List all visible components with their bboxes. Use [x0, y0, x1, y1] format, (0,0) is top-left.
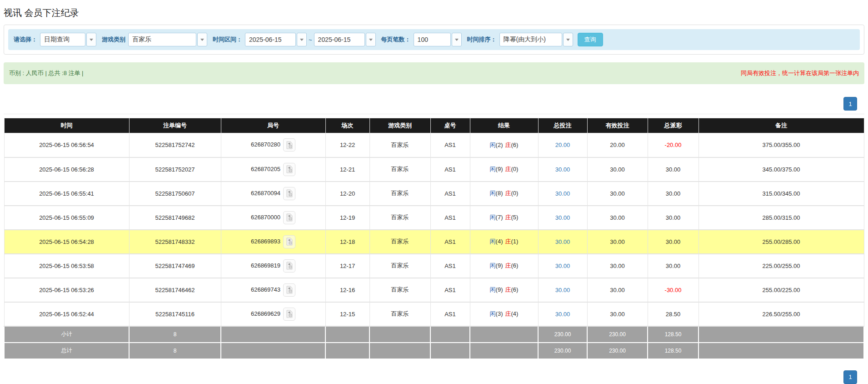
subtotal-label: 小计: [4, 326, 129, 343]
round-id-text: 626870000: [251, 213, 280, 220]
date-range-separator: ~: [309, 36, 312, 43]
cell-round-id: 626870280: [221, 133, 325, 157]
cell-bet-id: 522581748332: [129, 230, 221, 254]
table-footer: 小计 8 230.00 230.00 128.50 总计 8 230.00 23…: [4, 326, 864, 359]
result-banker-label: 庄: [505, 238, 511, 245]
result-player-label: 闲: [490, 190, 496, 197]
cell-time: 2025-06-15 06:53:26: [4, 278, 129, 302]
query-type-input[interactable]: [40, 33, 85, 46]
chevron-down-icon: [200, 39, 204, 41]
cell-session: 12-22: [325, 133, 369, 157]
same-round-notice: 同局有效投注，统一计算在该局第一张注单内: [741, 69, 859, 77]
total-bet-link[interactable]: 30.00: [555, 287, 570, 293]
grand-total-total-bet: 230.00: [538, 343, 587, 359]
page-size-dropdown-button[interactable]: [452, 33, 462, 46]
cell-session: 12-16: [325, 278, 369, 302]
cell-round-id: 626869629: [221, 302, 325, 326]
query-type-dropdown-button[interactable]: [86, 33, 96, 46]
cell-table-no: AS1: [430, 157, 470, 182]
cell-payout: -20.00: [648, 133, 698, 157]
page-size-combobox: [414, 33, 462, 46]
video-replay-button[interactable]: [283, 235, 295, 248]
cell-payout: 30.00: [648, 206, 698, 230]
game-type-dropdown-button[interactable]: [197, 33, 207, 46]
time-sort-label: 时间排序：: [467, 35, 497, 44]
result-banker-label: 庄: [505, 214, 511, 221]
round-id-text: 626870094: [251, 189, 280, 196]
cell-table-no: AS1: [430, 206, 470, 230]
page-1-button-bottom[interactable]: 1: [843, 370, 857, 384]
video-icon: [286, 262, 293, 270]
date-from-input[interactable]: [245, 33, 296, 46]
time-sort-combobox: [499, 33, 573, 46]
result-player-label: 闲: [490, 262, 496, 269]
page-size-input[interactable]: [414, 33, 451, 46]
result-banker-label: 庄: [505, 190, 511, 197]
cell-time: 2025-06-15 06:52:44: [4, 302, 129, 326]
total-bet-link[interactable]: 30.00: [555, 166, 570, 173]
time-sort-dropdown-button[interactable]: [563, 33, 573, 46]
video-replay-button[interactable]: [283, 138, 295, 152]
query-type-label: 请选择：: [14, 35, 37, 44]
cell-total-bet: 30.00: [538, 182, 587, 206]
game-type-input[interactable]: [128, 33, 196, 46]
total-bet-link[interactable]: 20.00: [555, 141, 570, 148]
total-bet-link[interactable]: 30.00: [555, 190, 570, 197]
result-player-value: (7): [496, 214, 503, 221]
video-replay-button[interactable]: [283, 211, 295, 224]
table-body: 2025-06-15 06:56:54 522581752742 6268702…: [4, 133, 864, 326]
cell-valid-bet: 30.00: [587, 182, 648, 206]
date-to-dropdown-button[interactable]: [366, 33, 376, 46]
total-bet-link[interactable]: 30.00: [555, 263, 570, 269]
total-bet-link[interactable]: 30.00: [555, 311, 570, 318]
search-button[interactable]: 查询: [578, 33, 603, 46]
video-replay-button[interactable]: [283, 163, 295, 176]
chevron-down-icon: [369, 39, 373, 41]
video-icon: [286, 237, 293, 246]
result-banker-label: 庄: [505, 166, 511, 172]
cell-note: 255.00/285.00: [698, 230, 864, 254]
page-1-button[interactable]: 1: [843, 97, 857, 111]
cell-time: 2025-06-15 06:54:28: [4, 230, 129, 254]
cell-session: 12-17: [325, 254, 369, 278]
cell-note: 375.00/355.00: [698, 133, 864, 157]
cell-round-id: 626870094: [221, 182, 325, 206]
cell-valid-bet: 30.00: [587, 302, 648, 326]
video-replay-button[interactable]: [283, 187, 295, 200]
cell-payout: 30.00: [648, 230, 698, 254]
date-from-dropdown-button[interactable]: [297, 33, 307, 46]
cell-bet-id: 522581746462: [129, 278, 221, 302]
date-to-combobox: [314, 33, 376, 46]
col-table-no: 桌号: [430, 118, 470, 133]
result-player-value: (8): [496, 190, 503, 197]
result-banker-value: (1): [511, 238, 519, 245]
cell-game-type: 百家乐: [369, 230, 430, 254]
query-type-combobox: [40, 33, 96, 46]
result-player-label: 闲: [490, 310, 496, 317]
col-time: 时间: [4, 118, 129, 133]
date-to-input[interactable]: [314, 33, 365, 46]
cell-payout: 30.00: [648, 157, 698, 182]
cell-session: 12-18: [325, 230, 369, 254]
result-banker-value: (0): [511, 166, 519, 172]
subtotal-total-bet: 230.00: [538, 326, 587, 343]
result-player-value: (9): [496, 286, 503, 293]
video-replay-button[interactable]: [283, 283, 295, 297]
cell-time: 2025-06-15 06:55:41: [4, 182, 129, 206]
cell-payout: 30.00: [648, 182, 698, 206]
result-banker-label: 庄: [505, 262, 511, 269]
col-bet-id: 注单编号: [129, 118, 221, 133]
video-replay-button[interactable]: [283, 259, 295, 273]
subtotal-row: 小计 8 230.00 230.00 128.50: [4, 326, 864, 343]
result-player-label: 闲: [490, 166, 496, 172]
total-bet-link[interactable]: 30.00: [555, 214, 570, 221]
time-sort-input[interactable]: [499, 33, 562, 46]
cell-round-id: 626870000: [221, 206, 325, 230]
total-bet-link[interactable]: 30.00: [555, 238, 570, 245]
chevron-down-icon: [90, 39, 93, 41]
cell-total-bet: 30.00: [538, 278, 587, 302]
result-banker-label: 庄: [505, 141, 511, 148]
filter-bar: 请选择： 游戏类别 时间区间： ~ 每页笔数：: [8, 29, 860, 50]
video-replay-button[interactable]: [283, 308, 295, 321]
chevron-down-icon: [300, 39, 304, 41]
